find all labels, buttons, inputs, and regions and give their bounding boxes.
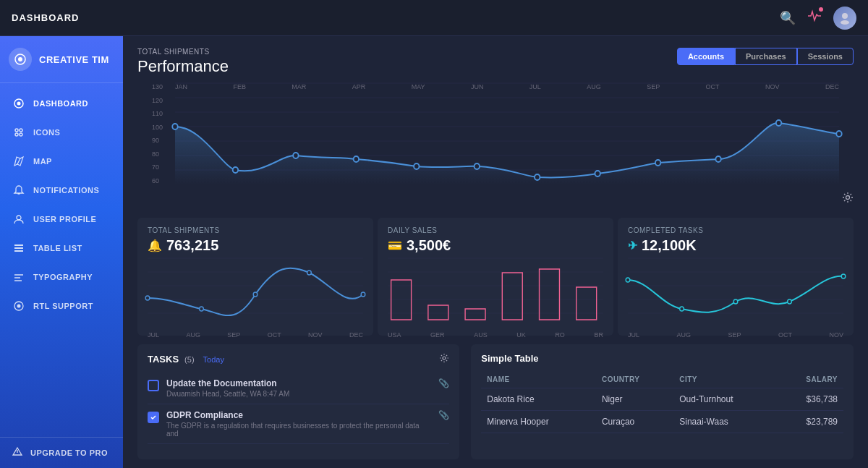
svg-point-71 [733,299,738,304]
stat-label-2: Completed Tasks [628,226,843,234]
tab-purchases[interactable]: Purchases [735,48,797,65]
sidebar: CREATIVE TIM Dashboard Icons Map [0,36,123,468]
task-check-0[interactable] [148,380,159,391]
svg-rect-15 [14,250,23,252]
stat-icon-0: 🔔 [148,239,162,252]
svg-point-72 [788,299,792,304]
svg-rect-13 [14,244,23,246]
task-item-1: GDPR Compliance The GDPR is a regulation… [148,404,449,444]
sidebar-label-dashboard: Dashboard [33,99,88,108]
avatar[interactable] [833,7,856,30]
col-name: NAME [481,371,596,388]
cell-salary-1: $23,789 [775,411,843,433]
svg-point-42 [846,196,850,200]
tasks-title: TASKS [148,354,179,365]
task-content-0: Update the Documentation Dwuamish Head, … [166,378,431,398]
svg-rect-62 [540,269,560,320]
sidebar-label-map: Map [33,157,52,166]
stat-card-shipments: Total Shipments 🔔 763,215 [137,218,373,336]
svg-point-74 [443,357,446,359]
svg-point-50 [253,292,258,297]
task-content-1: GDPR Compliance The GDPR is a regulation… [166,410,431,438]
sidebar-item-user-profile[interactable]: User Profile [0,205,123,234]
table-row: Dakota Rice Niger Oud-Turnhout $36,738 [481,388,843,411]
icons-icon [12,125,26,140]
stat-value-2: ✈ 12,100K [628,237,843,254]
svg-point-5 [17,102,21,106]
sidebar-item-notifications[interactable]: Notifications [0,176,123,205]
sidebar-item-map[interactable]: Map [0,147,123,176]
search-icon[interactable]: 🔍 [780,10,796,26]
svg-rect-59 [428,305,448,320]
task-item-0: Update the Documentation Dwuamish Head, … [148,373,449,404]
stat-label-0: Total Shipments [148,226,363,234]
table-section: Simple Table NAME COUNTRY CITY SALARY Da… [471,344,854,459]
perf-chart-wrap: 130 120 110 100 90 80 70 60 [137,79,854,212]
sidebar-label-rtl: RTL Support [33,302,93,310]
svg-point-38 [655,160,660,166]
col-city: CITY [673,371,775,388]
pulse-icon[interactable] [807,9,822,27]
sidebar-item-rtl-support[interactable]: RTL Support [0,292,123,320]
svg-point-36 [535,174,540,180]
svg-point-1 [841,20,849,25]
task-desc-1: The GDPR is a regulation that requires b… [166,422,431,438]
cell-country-0: Niger [596,388,673,411]
sidebar-label-table-list: Table List [33,244,82,252]
stat-chart-1: USA GER AUS UK RO BR [388,258,603,327]
svg-point-49 [200,307,204,311]
tab-sessions[interactable]: Sessions [797,48,854,65]
svg-point-0 [842,13,848,19]
tasks-section: TASKS (5) Today Update the Documentation… [137,344,459,459]
svg-point-30 [172,124,177,129]
stat-icon-1: 💳 [388,239,402,252]
dashboard-title: DASHBOARD [12,12,780,23]
stat-chart-0: JUL AUG SEP OCT NOV DEC [148,258,363,327]
svg-point-33 [354,156,359,162]
col-country: COUNTRY [596,371,673,388]
task-attach-1[interactable]: 📎 [438,410,449,420]
svg-rect-61 [502,273,522,320]
notifications-icon [12,183,26,197]
svg-point-41 [836,131,841,137]
sidebar-item-dashboard[interactable]: Dashboard [0,89,123,118]
notification-dot [819,7,823,12]
svg-point-8 [15,133,18,136]
sidebar-item-icons[interactable]: Icons [0,118,123,147]
task-name-1: GDPR Compliance [166,410,431,420]
task-check-1[interactable] [148,412,159,423]
stats-row: Total Shipments 🔔 763,215 [123,218,868,336]
svg-point-37 [595,171,600,176]
map-icon [12,154,26,169]
perf-title-block: Total Shipments Performance [137,48,229,76]
perf-tabs: Accounts Purchases Sessions [677,48,854,65]
sidebar-nav: Dashboard Icons Map Notifications [0,83,123,437]
sidebar-upgrade[interactable]: Upgrade to Pro [0,437,123,468]
task-desc-0: Dwuamish Head, Seattle, WA 8:47 AM [166,390,431,398]
sidebar-label-typography: Typography [33,273,93,281]
stat-chart-xlabels-1: USA GER AUS UK RO BR [388,330,603,339]
svg-point-40 [776,120,781,126]
layout: CREATIVE TIM Dashboard Icons Map [0,36,868,468]
chart-svg-area [175,83,839,184]
tasks-gear-icon[interactable] [439,353,449,365]
sidebar-item-typography[interactable]: Typography [0,263,123,292]
svg-point-51 [307,271,312,275]
sidebar-label-user-profile: User Profile [33,215,96,224]
cell-name-1: Minerva Hooper [481,411,596,433]
stat-card-sales: Daily Sales 💳 3,500€ [378,218,613,336]
stat-card-tasks: Completed Tasks ✈ 12,100K [618,218,854,336]
svg-point-35 [475,163,480,169]
settings-icon[interactable] [842,192,854,206]
stat-icon-2: ✈ [628,239,637,252]
sidebar-item-table-list[interactable]: Table List [0,234,123,263]
table-row: Minerva Hooper Curaçao Sinaai-Waas $23,7… [481,411,843,433]
svg-point-69 [626,278,630,282]
rtl-icon [12,299,26,313]
svg-point-9 [20,133,22,136]
task-attach-0[interactable]: 📎 [438,378,449,388]
tab-accounts[interactable]: Accounts [677,48,735,65]
svg-point-12 [17,216,21,220]
svg-point-73 [841,274,846,278]
svg-point-48 [145,296,150,300]
